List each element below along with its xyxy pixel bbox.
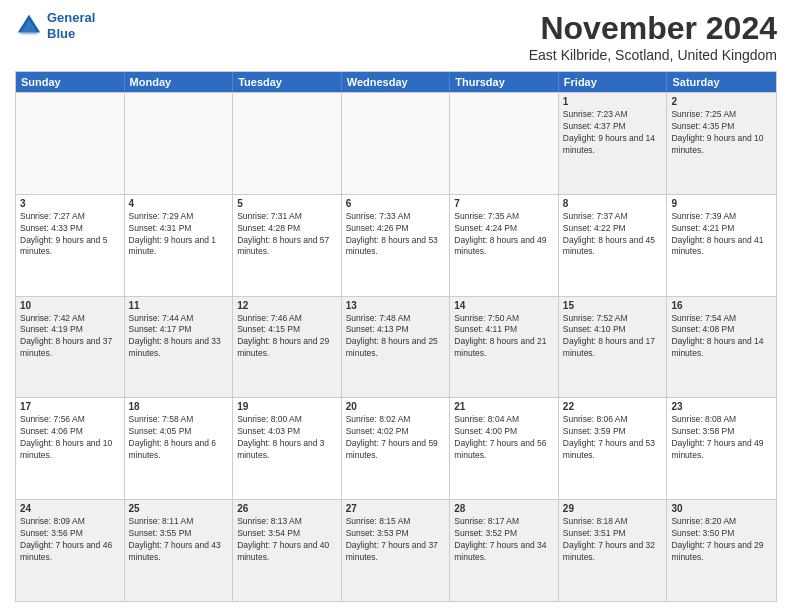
day-info: Sunrise: 7:58 AMSunset: 4:05 PMDaylight:…: [129, 414, 229, 462]
logo: General Blue: [15, 10, 95, 41]
calendar-week: 17Sunrise: 7:56 AMSunset: 4:06 PMDayligh…: [16, 397, 776, 499]
calendar-cell: 26Sunrise: 8:13 AMSunset: 3:54 PMDayligh…: [233, 500, 342, 601]
day-info: Sunrise: 7:29 AMSunset: 4:31 PMDaylight:…: [129, 211, 229, 259]
day-info: Sunrise: 7:25 AMSunset: 4:35 PMDaylight:…: [671, 109, 772, 157]
calendar-cell: 28Sunrise: 8:17 AMSunset: 3:52 PMDayligh…: [450, 500, 559, 601]
calendar-cell: 21Sunrise: 8:04 AMSunset: 4:00 PMDayligh…: [450, 398, 559, 499]
day-info: Sunrise: 8:15 AMSunset: 3:53 PMDaylight:…: [346, 516, 446, 564]
title-section: November 2024 East Kilbride, Scotland, U…: [529, 10, 777, 63]
day-info: Sunrise: 7:31 AMSunset: 4:28 PMDaylight:…: [237, 211, 337, 259]
header-day: Sunday: [16, 72, 125, 92]
calendar-cell: 11Sunrise: 7:44 AMSunset: 4:17 PMDayligh…: [125, 297, 234, 398]
calendar-cell: [450, 93, 559, 194]
day-number: 27: [346, 503, 446, 514]
header-day: Wednesday: [342, 72, 451, 92]
calendar-cell: 7Sunrise: 7:35 AMSunset: 4:24 PMDaylight…: [450, 195, 559, 296]
header-day: Saturday: [667, 72, 776, 92]
day-number: 23: [671, 401, 772, 412]
day-number: 5: [237, 198, 337, 209]
day-number: 13: [346, 300, 446, 311]
day-number: 7: [454, 198, 554, 209]
day-number: 3: [20, 198, 120, 209]
day-number: 29: [563, 503, 663, 514]
month-title: November 2024: [529, 10, 777, 47]
day-info: Sunrise: 7:37 AMSunset: 4:22 PMDaylight:…: [563, 211, 663, 259]
day-number: 24: [20, 503, 120, 514]
day-info: Sunrise: 7:35 AMSunset: 4:24 PMDaylight:…: [454, 211, 554, 259]
day-number: 12: [237, 300, 337, 311]
day-number: 22: [563, 401, 663, 412]
logo-icon: [15, 12, 43, 40]
calendar-cell: 13Sunrise: 7:48 AMSunset: 4:13 PMDayligh…: [342, 297, 451, 398]
calendar-cell: 15Sunrise: 7:52 AMSunset: 4:10 PMDayligh…: [559, 297, 668, 398]
day-number: 17: [20, 401, 120, 412]
calendar-cell: 24Sunrise: 8:09 AMSunset: 3:56 PMDayligh…: [16, 500, 125, 601]
calendar-cell: 23Sunrise: 8:08 AMSunset: 3:58 PMDayligh…: [667, 398, 776, 499]
day-info: Sunrise: 7:27 AMSunset: 4:33 PMDaylight:…: [20, 211, 120, 259]
day-info: Sunrise: 8:18 AMSunset: 3:51 PMDaylight:…: [563, 516, 663, 564]
calendar-cell: 22Sunrise: 8:06 AMSunset: 3:59 PMDayligh…: [559, 398, 668, 499]
day-number: 26: [237, 503, 337, 514]
day-number: 14: [454, 300, 554, 311]
subtitle: East Kilbride, Scotland, United Kingdom: [529, 47, 777, 63]
calendar-cell: 5Sunrise: 7:31 AMSunset: 4:28 PMDaylight…: [233, 195, 342, 296]
day-info: Sunrise: 8:02 AMSunset: 4:02 PMDaylight:…: [346, 414, 446, 462]
day-info: Sunrise: 8:13 AMSunset: 3:54 PMDaylight:…: [237, 516, 337, 564]
calendar-cell: 20Sunrise: 8:02 AMSunset: 4:02 PMDayligh…: [342, 398, 451, 499]
day-number: 19: [237, 401, 337, 412]
day-number: 2: [671, 96, 772, 107]
day-number: 15: [563, 300, 663, 311]
calendar-cell: [233, 93, 342, 194]
calendar-cell: [342, 93, 451, 194]
header-day: Thursday: [450, 72, 559, 92]
calendar-cell: 3Sunrise: 7:27 AMSunset: 4:33 PMDaylight…: [16, 195, 125, 296]
calendar-week: 3Sunrise: 7:27 AMSunset: 4:33 PMDaylight…: [16, 194, 776, 296]
day-info: Sunrise: 7:46 AMSunset: 4:15 PMDaylight:…: [237, 313, 337, 361]
day-info: Sunrise: 8:09 AMSunset: 3:56 PMDaylight:…: [20, 516, 120, 564]
calendar-week: 24Sunrise: 8:09 AMSunset: 3:56 PMDayligh…: [16, 499, 776, 601]
calendar-week: 1Sunrise: 7:23 AMSunset: 4:37 PMDaylight…: [16, 92, 776, 194]
day-info: Sunrise: 8:00 AMSunset: 4:03 PMDaylight:…: [237, 414, 337, 462]
calendar-cell: 29Sunrise: 8:18 AMSunset: 3:51 PMDayligh…: [559, 500, 668, 601]
calendar: SundayMondayTuesdayWednesdayThursdayFrid…: [15, 71, 777, 602]
day-info: Sunrise: 7:48 AMSunset: 4:13 PMDaylight:…: [346, 313, 446, 361]
day-number: 4: [129, 198, 229, 209]
day-info: Sunrise: 7:56 AMSunset: 4:06 PMDaylight:…: [20, 414, 120, 462]
day-number: 6: [346, 198, 446, 209]
calendar-cell: 30Sunrise: 8:20 AMSunset: 3:50 PMDayligh…: [667, 500, 776, 601]
day-info: Sunrise: 8:08 AMSunset: 3:58 PMDaylight:…: [671, 414, 772, 462]
day-info: Sunrise: 8:11 AMSunset: 3:55 PMDaylight:…: [129, 516, 229, 564]
calendar-cell: 17Sunrise: 7:56 AMSunset: 4:06 PMDayligh…: [16, 398, 125, 499]
calendar-cell: 2Sunrise: 7:25 AMSunset: 4:35 PMDaylight…: [667, 93, 776, 194]
day-number: 25: [129, 503, 229, 514]
day-info: Sunrise: 7:50 AMSunset: 4:11 PMDaylight:…: [454, 313, 554, 361]
calendar-cell: 27Sunrise: 8:15 AMSunset: 3:53 PMDayligh…: [342, 500, 451, 601]
calendar-cell: 12Sunrise: 7:46 AMSunset: 4:15 PMDayligh…: [233, 297, 342, 398]
day-number: 8: [563, 198, 663, 209]
day-info: Sunrise: 8:17 AMSunset: 3:52 PMDaylight:…: [454, 516, 554, 564]
calendar-cell: 19Sunrise: 8:00 AMSunset: 4:03 PMDayligh…: [233, 398, 342, 499]
day-number: 21: [454, 401, 554, 412]
calendar-week: 10Sunrise: 7:42 AMSunset: 4:19 PMDayligh…: [16, 296, 776, 398]
day-info: Sunrise: 7:33 AMSunset: 4:26 PMDaylight:…: [346, 211, 446, 259]
day-info: Sunrise: 7:23 AMSunset: 4:37 PMDaylight:…: [563, 109, 663, 157]
calendar-header: SundayMondayTuesdayWednesdayThursdayFrid…: [16, 72, 776, 92]
calendar-cell: 16Sunrise: 7:54 AMSunset: 4:08 PMDayligh…: [667, 297, 776, 398]
calendar-cell: [16, 93, 125, 194]
header-day: Monday: [125, 72, 234, 92]
day-number: 11: [129, 300, 229, 311]
calendar-cell: 8Sunrise: 7:37 AMSunset: 4:22 PMDaylight…: [559, 195, 668, 296]
page: General Blue November 2024 East Kilbride…: [0, 0, 792, 612]
logo-text: General Blue: [47, 10, 95, 41]
calendar-cell: [125, 93, 234, 194]
calendar-cell: 25Sunrise: 8:11 AMSunset: 3:55 PMDayligh…: [125, 500, 234, 601]
calendar-cell: 14Sunrise: 7:50 AMSunset: 4:11 PMDayligh…: [450, 297, 559, 398]
calendar-cell: 4Sunrise: 7:29 AMSunset: 4:31 PMDaylight…: [125, 195, 234, 296]
day-number: 28: [454, 503, 554, 514]
day-info: Sunrise: 7:42 AMSunset: 4:19 PMDaylight:…: [20, 313, 120, 361]
day-info: Sunrise: 7:54 AMSunset: 4:08 PMDaylight:…: [671, 313, 772, 361]
header-day: Tuesday: [233, 72, 342, 92]
day-info: Sunrise: 7:39 AMSunset: 4:21 PMDaylight:…: [671, 211, 772, 259]
day-info: Sunrise: 8:04 AMSunset: 4:00 PMDaylight:…: [454, 414, 554, 462]
day-number: 9: [671, 198, 772, 209]
